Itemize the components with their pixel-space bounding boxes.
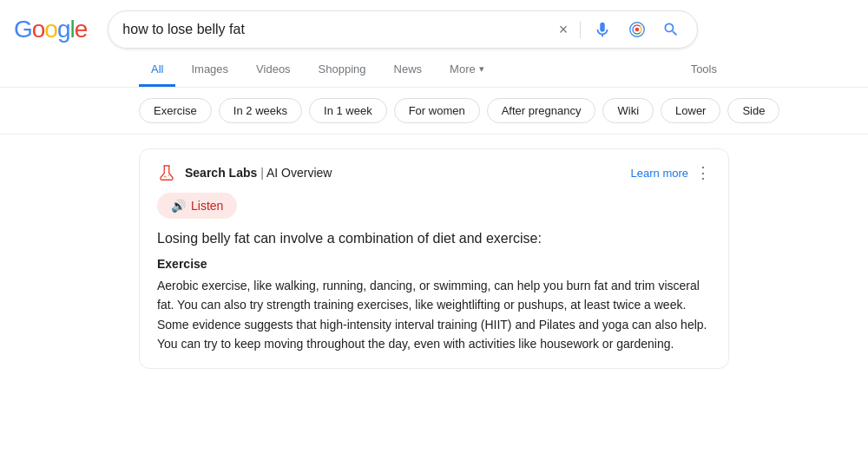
logo-o2: o: [44, 16, 57, 43]
ai-overview-header: Search Labs | AI Overview Learn more ⋮: [157, 163, 711, 182]
flask-icon: [157, 163, 176, 182]
tab-shopping[interactable]: Shopping: [306, 54, 378, 87]
logo-g: G: [14, 16, 32, 43]
tab-more[interactable]: More ▾: [437, 54, 496, 87]
more-label: More: [450, 62, 476, 76]
ai-title-searchlabs: Search Labs: [185, 166, 257, 180]
chips-row: Exercise In 2 weeks In 1 week For women …: [0, 88, 868, 135]
clear-button[interactable]: ×: [556, 17, 572, 43]
lens-icon: [628, 20, 647, 39]
chip-exercise[interactable]: Exercise: [139, 98, 212, 123]
mic-icon: [593, 20, 612, 39]
search-icon: [662, 21, 680, 38]
ai-summary: Losing belly fat can involve a combinati…: [157, 231, 711, 246]
listen-label: Listen: [191, 199, 223, 213]
tab-news[interactable]: News: [382, 54, 435, 87]
ai-header-left: Search Labs | AI Overview: [157, 163, 332, 182]
svg-point-3: [163, 175, 167, 177]
learn-more-link[interactable]: Learn more: [631, 167, 688, 180]
svg-point-4: [168, 174, 169, 176]
speaker-icon: 🔊: [171, 199, 186, 213]
chevron-down-icon: ▾: [479, 63, 484, 75]
google-logo: G o o g l e: [14, 16, 87, 43]
nav-tabs: All Images Videos Shopping News More ▾ T…: [0, 54, 868, 88]
lens-search-button[interactable]: [624, 16, 650, 43]
chip-lower[interactable]: Lower: [661, 98, 720, 123]
tab-all[interactable]: All: [139, 54, 175, 87]
tab-tools[interactable]: Tools: [679, 54, 729, 87]
main-content: Search Labs | AI Overview Learn more ⋮ 🔊…: [0, 135, 868, 383]
chip-1week[interactable]: In 1 week: [309, 98, 387, 123]
ai-overview-box: Search Labs | AI Overview Learn more ⋮ 🔊…: [139, 148, 729, 369]
ai-content: Losing belly fat can involve a combinati…: [157, 231, 711, 354]
chip-after-pregnancy[interactable]: After pregnancy: [487, 98, 596, 123]
header: G o o g l e how to lose belly fat ×: [0, 0, 868, 49]
svg-point-1: [635, 28, 640, 32]
clear-icon: ×: [559, 21, 569, 39]
ai-header-right: Learn more ⋮: [631, 163, 711, 182]
ai-title-aioverview: AI Overview: [266, 166, 332, 180]
chip-side[interactable]: Side: [727, 98, 779, 123]
logo-e: e: [75, 16, 88, 43]
ai-title-pipe: |: [257, 166, 266, 180]
vertical-divider: [580, 21, 581, 38]
ai-title: Search Labs | AI Overview: [185, 166, 332, 180]
chip-wiki[interactable]: Wiki: [602, 98, 654, 123]
exercise-body: Aerobic exercise, like walking, running,…: [157, 276, 711, 354]
voice-search-button[interactable]: [589, 16, 615, 43]
tab-images[interactable]: Images: [179, 54, 240, 87]
logo-o1: o: [32, 16, 45, 43]
chip-for-women[interactable]: For women: [394, 98, 480, 123]
search-input[interactable]: how to lose belly fat: [122, 22, 555, 37]
search-icons: ×: [556, 16, 684, 43]
chip-2weeks[interactable]: In 2 weeks: [219, 98, 302, 123]
svg-rect-2: [163, 165, 169, 166]
search-bar[interactable]: how to lose belly fat ×: [108, 10, 698, 49]
three-dots-icon[interactable]: ⋮: [695, 163, 711, 182]
search-submit-button[interactable]: [659, 17, 683, 42]
listen-button[interactable]: 🔊 Listen: [157, 193, 237, 219]
exercise-heading: Exercise: [157, 257, 711, 271]
logo-g2: g: [57, 16, 70, 43]
tab-videos[interactable]: Videos: [244, 54, 303, 87]
